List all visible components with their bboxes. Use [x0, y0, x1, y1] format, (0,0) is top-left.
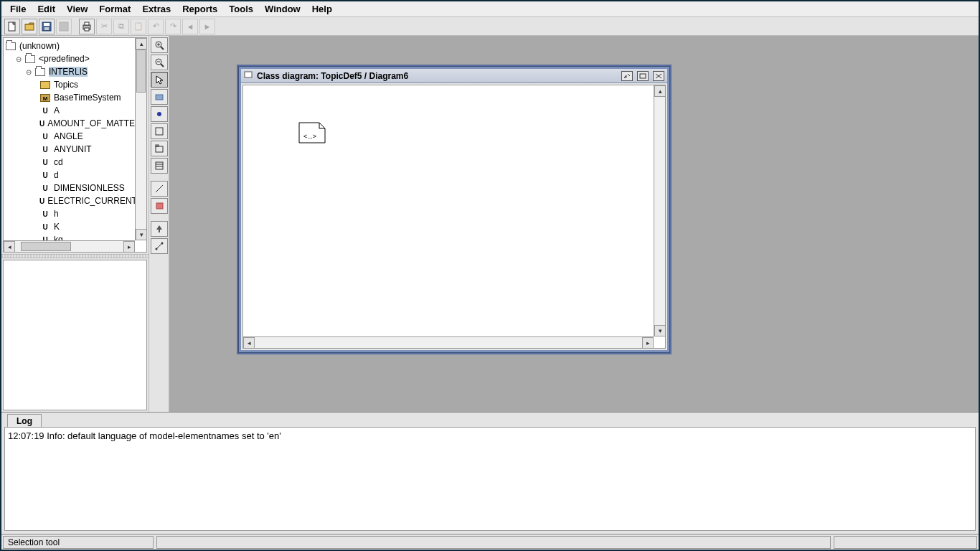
tree-item[interactable]: Ukg — [5, 233, 133, 240]
scroll-track[interactable] — [654, 97, 665, 325]
print-button[interactable] — [79, 19, 95, 34]
pan-tool[interactable] — [151, 89, 168, 105]
menu-help[interactable]: Help — [306, 2, 338, 16]
expand-handle-icon[interactable]: ⊖ — [15, 55, 22, 63]
select-tool[interactable] — [151, 72, 168, 88]
zoom-in-tool[interactable] — [151, 37, 168, 53]
svg-rect-21 — [156, 162, 163, 169]
menu-tools[interactable]: Tools — [223, 2, 259, 16]
model-icon: M — [39, 93, 51, 103]
redo-button[interactable]: ↷ — [165, 19, 181, 34]
scroll-up-icon[interactable]: ▴ — [654, 85, 666, 97]
tree-item[interactable]: UK — [5, 220, 133, 233]
saveas-button[interactable] — [56, 19, 72, 34]
diagram-vscrollbar[interactable]: ▴ ▾ — [654, 85, 665, 336]
save-button[interactable] — [39, 19, 55, 34]
arrow-up-tool[interactable] — [151, 221, 168, 237]
svg-rect-5 — [60, 22, 68, 31]
back-button[interactable]: ◄ — [182, 19, 198, 34]
folder-icon — [34, 67, 46, 77]
menu-extras[interactable]: Extras — [136, 2, 176, 16]
menu-view[interactable]: View — [61, 2, 93, 16]
svg-rect-8 — [85, 28, 89, 31]
tree-item[interactable]: Uh — [5, 207, 133, 220]
class-tool[interactable] — [151, 123, 168, 139]
line-tool[interactable] — [151, 181, 168, 197]
tree-interlis[interactable]: ⊖ INTERLIS — [5, 65, 133, 78]
scroll-thumb[interactable] — [136, 50, 146, 93]
tree-root-label: (unknown) — [19, 41, 60, 51]
scroll-right-icon[interactable]: ▸ — [642, 337, 654, 349]
scroll-track[interactable] — [15, 241, 123, 252]
tree-item[interactable]: Ucd — [5, 156, 133, 169]
component-tool[interactable] — [151, 198, 168, 214]
cut-button[interactable]: ✂ — [96, 19, 112, 34]
tree-item-label: BaseTimeSystem — [54, 93, 121, 103]
package-tool[interactable] — [151, 141, 168, 156]
log-tab[interactable]: Log — [7, 414, 42, 427]
tree-item[interactable]: Ud — [5, 169, 133, 182]
table-tool[interactable] — [151, 158, 168, 174]
scroll-track[interactable] — [136, 50, 146, 229]
scroll-right-icon[interactable]: ▸ — [123, 241, 135, 253]
diagram-canvas-area[interactable]: Class diagram: TopicDef5 / Diagram6 — [169, 36, 979, 412]
menu-window[interactable]: Window — [259, 2, 306, 16]
menu-file[interactable]: File — [4, 2, 32, 16]
paste-button[interactable]: 📋 — [131, 19, 146, 34]
tool-palette — [149, 36, 169, 412]
split-handle[interactable] — [1, 254, 149, 258]
tree-item[interactable]: UANYUNIT — [5, 143, 133, 156]
tree-item-label: d — [54, 170, 59, 180]
svg-rect-30 — [640, 74, 646, 78]
link-tool[interactable] — [151, 238, 168, 254]
menu-edit[interactable]: Edit — [32, 2, 61, 16]
copy-button[interactable]: ⧉ — [113, 19, 129, 34]
tree-item[interactable]: UANGLE — [5, 130, 133, 143]
svg-line-10 — [161, 47, 164, 50]
forward-button[interactable]: ► — [199, 19, 215, 34]
annotation-tool[interactable] — [151, 106, 168, 122]
scroll-track[interactable] — [255, 337, 642, 348]
tree-item[interactable]: Topics — [5, 78, 133, 91]
zoom-out-tool[interactable] — [151, 55, 168, 70]
tree-item-label: ANGLE — [54, 131, 83, 141]
diagram-viewport[interactable]: <...> ▴ ▾ ◂ — [242, 85, 666, 349]
menu-format[interactable]: Format — [93, 2, 136, 16]
internal-window-titlebar[interactable]: Class diagram: TopicDef5 / Diagram6 — [241, 69, 667, 83]
window-menu-icon[interactable] — [244, 70, 253, 81]
open-button[interactable] — [22, 19, 37, 34]
log-output[interactable]: 12:07:19 Info: default language of model… — [4, 427, 976, 531]
diagram-hscrollbar[interactable]: ◂ ▸ — [243, 336, 654, 348]
scroll-down-icon[interactable]: ▾ — [136, 229, 147, 240]
unit-icon: U — [39, 235, 51, 241]
maximize-icon[interactable] — [637, 71, 649, 81]
tree-item-label: kg — [54, 235, 63, 240]
expand-handle-icon[interactable]: ⊖ — [25, 68, 32, 76]
svg-rect-7 — [85, 22, 89, 25]
tree-vscrollbar[interactable]: ▴ ▾ — [135, 38, 146, 240]
internal-window[interactable]: Class diagram: TopicDef5 / Diagram6 — [238, 66, 670, 353]
new-button[interactable] — [4, 19, 20, 34]
model-tree[interactable]: (unknown) ⊖ <predefined> ⊖ INTERLIS T — [3, 37, 147, 253]
scroll-down-icon[interactable]: ▾ — [654, 325, 666, 336]
scroll-left-icon[interactable]: ◂ — [243, 337, 255, 349]
scroll-thumb[interactable] — [21, 242, 71, 251]
svg-point-28 — [161, 242, 164, 245]
tree-item[interactable]: UELECTRIC_CURRENT — [5, 194, 133, 207]
menu-reports[interactable]: Reports — [176, 2, 223, 16]
unit-icon: U — [39, 106, 51, 116]
scroll-left-icon[interactable]: ◂ — [4, 241, 15, 253]
tree-item[interactable]: UAMOUNT_OF_MATTER — [5, 117, 133, 130]
tree-item[interactable]: UDIMENSIONLESS — [5, 182, 133, 194]
unit-icon: U — [39, 119, 44, 128]
tree-item[interactable]: UA — [5, 104, 133, 117]
close-icon[interactable] — [653, 71, 664, 81]
scroll-up-icon[interactable]: ▴ — [136, 38, 147, 50]
tree-root[interactable]: (unknown) — [5, 39, 133, 52]
tree-hscrollbar[interactable]: ◂ ▸ — [4, 240, 135, 252]
diagram-shape[interactable]: <...> — [298, 121, 326, 144]
tree-predefined[interactable]: ⊖ <predefined> — [5, 52, 133, 65]
tree-item[interactable]: MBaseTimeSystem — [5, 91, 133, 104]
minimize-icon[interactable] — [621, 71, 633, 81]
undo-button[interactable]: ↶ — [148, 19, 164, 34]
